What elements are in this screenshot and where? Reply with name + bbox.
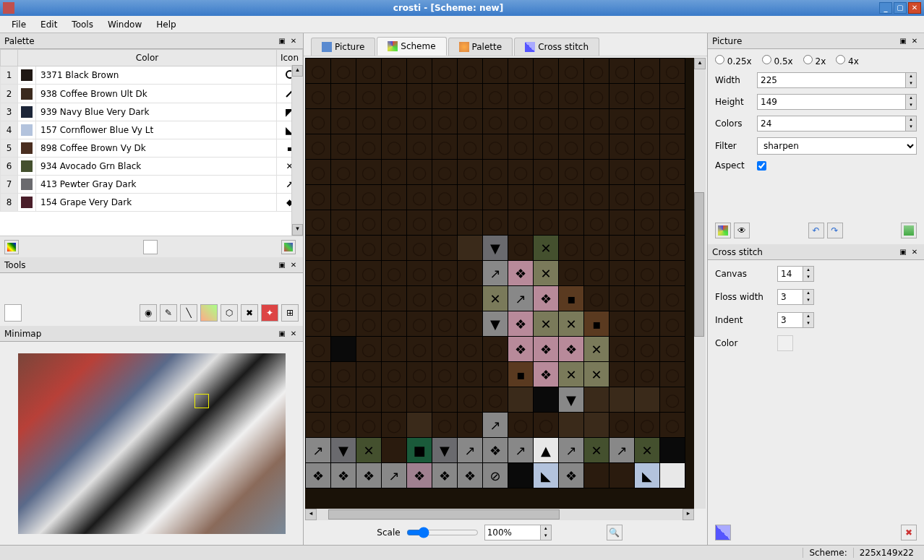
close-button[interactable]: ✕ [908, 2, 921, 14]
tool-fill-pattern[interactable] [200, 304, 218, 322]
minimize-button[interactable]: _ [879, 2, 892, 14]
tool-eyedropper[interactable]: ◉ [140, 304, 157, 322]
spin-up-icon[interactable]: ▴ [541, 525, 551, 533]
tools-panel-title: Tools [4, 260, 275, 270]
maximize-button[interactable]: ▢ [894, 2, 907, 14]
tab-scheme[interactable]: Scheme [377, 37, 446, 56]
minimap-image[interactable] [18, 353, 286, 534]
zoom-2x-radio[interactable]: 2x [803, 55, 826, 66]
cross-stitch-delete[interactable]: ✖ [901, 525, 917, 540]
apply-button[interactable] [715, 223, 731, 238]
canvas-hscrollbar[interactable]: ◂ ▸ [305, 509, 694, 520]
panel-float-icon[interactable]: ▣ [898, 247, 908, 257]
palette-row[interactable]: 6 934 Avocado Grn Black [1, 158, 303, 176]
spin-up-icon[interactable]: ▴ [906, 95, 916, 102]
picture-panel-title: Picture [712, 36, 897, 46]
height-input[interactable] [757, 94, 906, 110]
tab-palette[interactable]: Palette [448, 38, 513, 56]
cross-stitch-apply[interactable] [715, 525, 731, 540]
menu-file[interactable]: File [4, 17, 33, 33]
palette-table: Color Icon 1 3371 Black Brown 2 938 Coff… [0, 49, 303, 212]
spin-up-icon[interactable]: ▴ [803, 313, 813, 320]
export-button[interactable] [901, 223, 917, 238]
panel-close-icon[interactable]: ✕ [910, 36, 920, 46]
palette-row[interactable]: 8 154 Grape Very Dark [1, 194, 303, 212]
scroll-up-icon[interactable]: ▴ [694, 58, 706, 69]
palette-row[interactable]: 1 3371 Black Brown [1, 66, 303, 85]
redo-button[interactable]: ↷ [827, 223, 843, 238]
palette-row[interactable]: 3 939 Navy Blue Very Dark [1, 103, 303, 121]
panel-close-icon[interactable]: ✕ [288, 260, 299, 270]
palette-scrollbar[interactable]: ▴ ▾ [291, 65, 303, 236]
palette-row-index: 7 [1, 176, 18, 194]
undo-button[interactable]: ↶ [808, 223, 824, 238]
filter-select[interactable]: sharpen [757, 137, 917, 155]
spin-down-icon[interactable]: ▾ [906, 124, 916, 131]
spin-down-icon[interactable]: ▾ [906, 102, 916, 109]
scroll-down-icon[interactable]: ▾ [292, 224, 303, 236]
zoom-025x-radio[interactable]: 0.25x [715, 55, 752, 66]
panel-close-icon[interactable]: ✕ [910, 247, 920, 257]
menu-edit[interactable]: Edit [33, 17, 64, 33]
preview-button[interactable]: 👁 [734, 223, 750, 238]
menu-tools[interactable]: Tools [64, 17, 100, 33]
palette-row[interactable]: 4 157 Cornflower Blue Vy Lt [1, 121, 303, 139]
palette-add-color-button[interactable] [4, 240, 19, 254]
palette-white-swatch[interactable] [143, 240, 158, 254]
tool-pencil[interactable]: ✎ [160, 304, 177, 322]
palette-row-swatch [18, 66, 36, 85]
panel-float-icon[interactable]: ▣ [277, 260, 287, 270]
minimap-viewport-rect[interactable] [194, 394, 209, 408]
zoom-fit-button[interactable]: 🔍 [607, 525, 623, 540]
scrollbar-thumb[interactable] [328, 509, 560, 520]
indent-label: Indent [715, 315, 771, 325]
panel-close-icon[interactable]: ✕ [288, 36, 299, 46]
spin-up-icon[interactable]: ▴ [803, 267, 813, 274]
spin-down-icon[interactable]: ▾ [906, 80, 916, 87]
spin-down-icon[interactable]: ▾ [803, 297, 813, 304]
tool-replace[interactable]: ✦ [261, 304, 278, 322]
scroll-right-icon[interactable]: ▸ [683, 509, 694, 520]
scroll-left-icon[interactable]: ◂ [305, 509, 317, 520]
color-picker-button[interactable] [777, 335, 793, 351]
zoom-4x-radio[interactable]: 4x [836, 55, 859, 66]
spin-up-icon[interactable]: ▴ [906, 73, 916, 80]
panel-float-icon[interactable]: ▣ [898, 36, 908, 46]
tab-picture[interactable]: Picture [311, 38, 375, 56]
palette-color-button[interactable] [281, 240, 296, 254]
scheme-canvas[interactable]: ◯◯◯◯◯◯◯◯◯◯◯◯◯◯◯◯◯◯◯◯◯◯◯◯◯◯◯◯◯◯◯◯◯◯◯◯◯◯◯◯… [305, 58, 694, 509]
spin-down-icon[interactable]: ▾ [803, 320, 813, 327]
scheme-icon [388, 41, 398, 51]
tool-fill[interactable]: ⬡ [221, 304, 238, 322]
spin-down-icon[interactable]: ▾ [541, 533, 551, 540]
tool-current-swatch[interactable] [4, 304, 22, 322]
scroll-up-icon[interactable]: ▴ [292, 65, 303, 77]
width-input[interactable] [757, 72, 906, 88]
palette-row[interactable]: 7 413 Pewter Gray Dark [1, 176, 303, 194]
canvas-vscrollbar[interactable]: ▴ [694, 58, 706, 509]
tool-grid[interactable]: ⊞ [281, 304, 299, 322]
scale-input[interactable] [484, 525, 541, 540]
spin-up-icon[interactable]: ▴ [803, 290, 813, 297]
zoom-05x-radio[interactable]: 0.5x [762, 55, 793, 66]
tab-cross-stitch[interactable]: Cross stitch [514, 38, 599, 56]
palette-row[interactable]: 5 898 Coffee Brown Vy Dk [1, 139, 303, 158]
palette-row[interactable]: 2 938 Coffee Brown Ult Dk [1, 85, 303, 103]
aspect-checkbox[interactable] [757, 161, 766, 171]
spin-down-icon[interactable]: ▾ [803, 274, 813, 281]
floss-width-input[interactable] [777, 289, 803, 305]
canvas-input[interactable] [777, 266, 803, 282]
scale-slider[interactable] [406, 527, 479, 538]
tool-line[interactable]: ╲ [180, 304, 197, 322]
menu-help[interactable]: Help [149, 17, 183, 33]
tool-erase[interactable]: ✖ [241, 304, 258, 322]
panel-float-icon[interactable]: ▣ [277, 36, 287, 46]
panel-close-icon[interactable]: ✕ [288, 329, 299, 339]
palette-row-label: 938 Coffee Brown Ult Dk [36, 85, 277, 103]
spin-up-icon[interactable]: ▴ [906, 116, 916, 124]
indent-input[interactable] [777, 312, 803, 328]
panel-float-icon[interactable]: ▣ [277, 329, 287, 339]
menu-window[interactable]: Window [100, 17, 149, 33]
scrollbar-thumb[interactable] [694, 192, 704, 337]
colors-input[interactable] [757, 116, 906, 132]
